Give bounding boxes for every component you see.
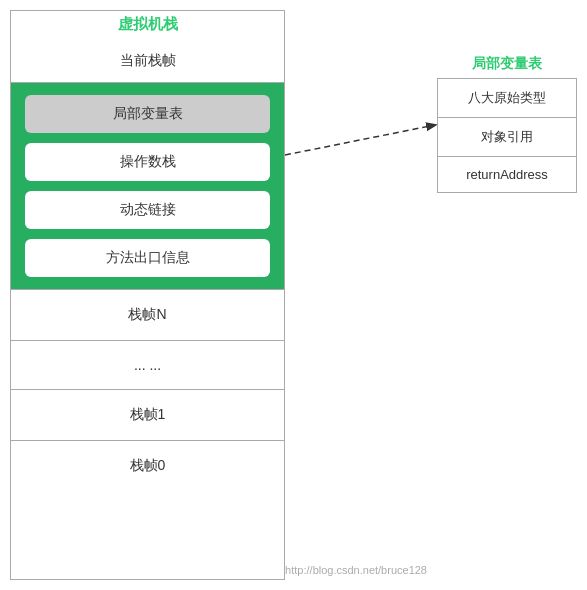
frame-n: 栈帧N <box>11 290 284 341</box>
operand-stack-item: 操作数栈 <box>25 143 270 181</box>
virtual-stack-title: 虚拟机栈 <box>11 11 284 40</box>
current-frame: 当前栈帧 <box>11 40 284 83</box>
method-exit-item: 方法出口信息 <box>25 239 270 277</box>
local-var-item-1: 对象引用 <box>437 117 577 157</box>
active-frame: 局部变量表 操作数栈 动态链接 方法出口信息 <box>11 83 284 290</box>
main-container: 虚拟机栈 当前栈帧 局部变量表 操作数栈 动态链接 方法出口信息 栈帧N ...… <box>0 0 587 590</box>
local-var-item-2: returnAddress <box>437 156 577 193</box>
frame-dots: ... ... <box>11 341 284 390</box>
frame-1: 栈帧1 <box>11 390 284 441</box>
watermark: http://blog.csdn.net/bruce128 <box>285 564 427 576</box>
svg-line-0 <box>285 125 435 155</box>
local-var-table-title: 局部变量表 <box>437 55 577 79</box>
local-vars-item: 局部变量表 <box>25 95 270 133</box>
dynamic-link-item: 动态链接 <box>25 191 270 229</box>
frame-0: 栈帧0 <box>11 441 284 491</box>
local-var-item-0: 八大原始类型 <box>437 78 577 118</box>
virtual-stack: 虚拟机栈 当前栈帧 局部变量表 操作数栈 动态链接 方法出口信息 栈帧N ...… <box>10 10 285 580</box>
local-var-table: 局部变量表 八大原始类型 对象引用 returnAddress <box>437 55 577 193</box>
